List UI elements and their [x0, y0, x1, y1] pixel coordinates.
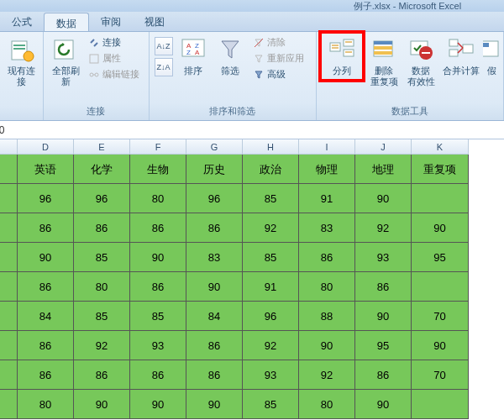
data-cell[interactable]: 95 [355, 331, 412, 360]
edit-links-button[interactable]: 编辑链接 [86, 67, 142, 81]
refresh-all-button[interactable]: 全部刷新 [47, 34, 84, 90]
properties-button[interactable]: 属性 [86, 51, 142, 66]
tab-view[interactable]: 视图 [133, 12, 176, 31]
header-cell[interactable]: 英语 [18, 155, 74, 184]
advanced-button[interactable]: 高级 [250, 67, 307, 81]
data-cell[interactable]: 70 [412, 360, 469, 390]
data-cell[interactable]: 86 [355, 272, 412, 302]
data-cell[interactable]: 90 [412, 331, 469, 360]
data-cell[interactable]: 86 [130, 213, 186, 243]
data-cell[interactable] [412, 390, 469, 419]
data-cell[interactable]: 93 [243, 360, 299, 390]
data-cell[interactable]: 80 [74, 272, 130, 302]
data-validation-button[interactable]: 数据 有效性 [402, 34, 439, 90]
data-cell[interactable]: 84 [18, 302, 74, 331]
data-cell[interactable]: 84 [186, 302, 243, 331]
header-cell[interactable]: 化学 [74, 155, 130, 184]
data-cell[interactable]: 90 [18, 243, 74, 272]
data-cell[interactable]: 85 [243, 243, 299, 272]
data-cell[interactable]: 83 [186, 243, 243, 272]
data-cell[interactable]: 92 [243, 213, 299, 243]
data-cell[interactable]: 86 [18, 272, 74, 302]
column-header[interactable]: F [130, 139, 186, 155]
data-cell[interactable]: 86 [74, 213, 130, 243]
data-cell[interactable]: 92 [299, 360, 355, 390]
data-cell[interactable]: 80 [18, 390, 74, 419]
data-cell[interactable]: 86 [130, 360, 186, 390]
data-cell[interactable]: 90 [412, 213, 469, 243]
header-cell[interactable]: 重复项 [412, 155, 469, 184]
reapply-button[interactable]: 重新应用 [250, 51, 307, 66]
formula-value[interactable]: 80 [0, 123, 13, 138]
data-cell[interactable]: 80 [299, 390, 355, 419]
data-cell[interactable]: 80 [299, 272, 355, 302]
data-cell[interactable]: 96 [74, 184, 130, 213]
sort-desc-button[interactable]: Z↓A [155, 58, 173, 76]
data-cell[interactable]: 83 [299, 213, 355, 243]
column-header[interactable]: D [18, 139, 74, 155]
data-cell[interactable]: 90 [74, 390, 130, 419]
data-cell[interactable]: 86 [186, 360, 243, 390]
header-cell[interactable]: 物理 [299, 155, 355, 184]
column-header[interactable]: K [412, 139, 469, 155]
data-cell[interactable]: 86 [186, 331, 243, 360]
data-cell[interactable]: 80 [130, 184, 186, 213]
data-cell[interactable]: 85 [74, 243, 130, 272]
data-cell[interactable]: 90 [130, 390, 186, 419]
existing-connections-button[interactable]: 现有连接 [3, 34, 39, 90]
data-cell[interactable]: 88 [299, 302, 355, 331]
data-cell[interactable]: 93 [355, 243, 412, 272]
data-cell[interactable]: 95 [412, 243, 469, 272]
data-cell[interactable]: 93 [130, 331, 186, 360]
filter-button[interactable]: 筛选 [212, 34, 249, 79]
data-cell[interactable]: 90 [355, 390, 412, 419]
data-cell[interactable]: 85 [130, 302, 186, 331]
clear-button[interactable]: 清除 [250, 35, 307, 50]
column-header[interactable]: I [299, 139, 355, 155]
data-cell[interactable] [412, 272, 469, 302]
data-cell[interactable]: 90 [186, 390, 243, 419]
column-header[interactable]: J [355, 139, 412, 155]
data-cell[interactable]: 90 [130, 243, 186, 272]
column-header[interactable]: G [186, 139, 243, 155]
data-cell[interactable]: 92 [243, 331, 299, 360]
data-cell[interactable]: 85 [243, 184, 299, 213]
tab-review[interactable]: 审阅 [89, 12, 133, 31]
column-header[interactable]: H [243, 139, 299, 155]
data-cell[interactable]: 91 [243, 272, 299, 302]
data-cell[interactable]: 86 [18, 213, 74, 243]
data-cell[interactable]: 86 [186, 213, 243, 243]
data-cell[interactable]: 90 [355, 302, 412, 331]
data-cell[interactable]: 96 [186, 184, 243, 213]
header-cell[interactable]: 历史 [186, 155, 243, 184]
text-to-columns-button[interactable]: 分列 [323, 34, 360, 79]
data-cell[interactable]: 86 [18, 360, 74, 390]
data-cell[interactable] [412, 184, 469, 213]
data-cell[interactable]: 90 [355, 184, 412, 213]
data-cell[interactable]: 96 [18, 184, 74, 213]
data-cell[interactable]: 86 [130, 272, 186, 302]
sort-asc-button[interactable]: A↓Z [155, 37, 173, 55]
tab-formulas[interactable]: 公式 [0, 12, 44, 31]
header-cell[interactable]: 政治 [243, 155, 299, 184]
data-cell[interactable]: 86 [355, 360, 412, 390]
data-cell[interactable]: 86 [74, 360, 130, 390]
data-cell[interactable]: 90 [299, 331, 355, 360]
data-cell[interactable]: 92 [355, 213, 412, 243]
remove-duplicates-button[interactable]: 删除 重复项 [365, 34, 402, 90]
sort-button[interactable]: AZZA 排序 [175, 34, 212, 79]
data-cell[interactable]: 91 [299, 184, 355, 213]
connections-button[interactable]: 连接 [86, 35, 142, 50]
column-header[interactable]: E [74, 139, 130, 155]
data-cell[interactable]: 86 [18, 331, 74, 360]
header-cell[interactable]: 生物 [130, 155, 186, 184]
header-cell[interactable]: 地理 [355, 155, 412, 184]
data-cell[interactable]: 85 [74, 302, 130, 331]
data-cell[interactable]: 86 [299, 243, 355, 272]
data-cell[interactable]: 90 [186, 272, 243, 302]
data-cell[interactable]: 92 [74, 331, 130, 360]
data-cell[interactable]: 85 [243, 390, 299, 419]
consolidate-button[interactable]: 合并计算 [439, 34, 483, 79]
tab-data[interactable]: 数据 [44, 13, 89, 31]
data-cell[interactable]: 70 [412, 302, 469, 331]
